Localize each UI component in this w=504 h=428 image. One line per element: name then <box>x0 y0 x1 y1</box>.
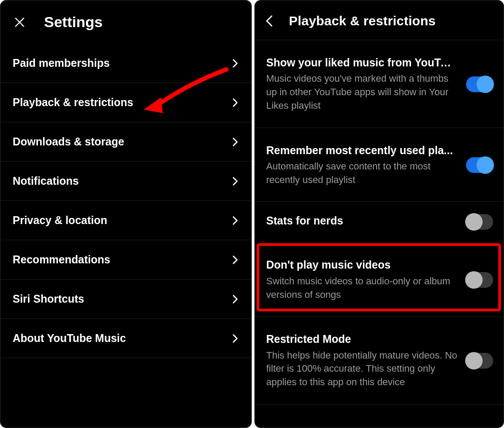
settings-item-label: Playback & restrictions <box>13 96 134 109</box>
setting-title: Stats for nerds <box>266 214 454 228</box>
back-icon[interactable] <box>263 14 276 28</box>
settings-item-paid-memberships[interactable]: Paid memberships <box>0 44 251 83</box>
chevron-right-icon <box>230 137 240 147</box>
toggle-show-liked-music[interactable] <box>466 76 493 92</box>
settings-screen: Settings Paid memberships Playback & res… <box>0 0 252 428</box>
setting-title: Remember most recently used pla... <box>266 144 454 157</box>
settings-item-downloads-storage[interactable]: Downloads & storage <box>0 122 251 162</box>
setting-show-liked-music[interactable]: Show your liked music from YouTu... Musi… <box>255 40 504 128</box>
settings-item-label: Siri Shortcuts <box>13 293 84 305</box>
setting-remember-playlist[interactable]: Remember most recently used pla... Autom… <box>255 128 504 202</box>
toggle-remember-playlist[interactable] <box>466 157 493 173</box>
setting-restricted-mode[interactable]: Restricted Mode This helps hide potentia… <box>255 317 504 404</box>
toggle-stats-for-nerds[interactable] <box>466 214 493 230</box>
settings-header: Settings <box>0 0 251 44</box>
chevron-right-icon <box>230 59 240 68</box>
close-icon[interactable] <box>12 14 27 30</box>
playback-header: Playback & restrictions <box>255 0 504 40</box>
settings-item-label: Paid memberships <box>13 57 110 69</box>
toggle-dont-play-music-videos[interactable] <box>466 272 493 288</box>
setting-desc: Music videos you've marked with a thumbs… <box>266 72 458 112</box>
setting-stats-for-nerds[interactable]: Stats for nerds <box>255 202 504 242</box>
setting-desc: Switch music videos to audio-only or alb… <box>266 275 458 302</box>
chevron-right-icon <box>230 216 240 225</box>
chevron-right-icon <box>230 334 240 343</box>
chevron-right-icon <box>230 294 240 304</box>
playback-title: Playback & restrictions <box>289 14 435 28</box>
settings-item-label: Notifications <box>13 175 79 187</box>
settings-item-label: Recommendations <box>13 253 110 266</box>
chevron-right-icon <box>230 176 240 186</box>
settings-item-label: Privacy & location <box>13 214 107 227</box>
toggle-restricted-mode[interactable] <box>466 353 493 369</box>
settings-item-label: Downloads & storage <box>13 135 124 148</box>
setting-title: Restricted Mode <box>266 332 454 346</box>
chevron-right-icon <box>230 98 240 107</box>
setting-title: Don't play music videos <box>266 258 454 272</box>
setting-title: Show your liked music from YouTu... <box>266 56 454 69</box>
settings-title: Settings <box>44 14 103 31</box>
setting-dont-play-music-videos[interactable]: Don't play music videos Switch music vid… <box>255 242 504 317</box>
settings-item-label: About YouTube Music <box>13 332 126 345</box>
setting-desc: Automatically save content to the most r… <box>266 160 458 187</box>
setting-desc: This helps hide potentially mature video… <box>266 349 458 389</box>
playback-restrictions-screen: Playback & restrictions Show your liked … <box>254 0 504 428</box>
settings-item-privacy-location[interactable]: Privacy & location <box>0 201 251 240</box>
settings-item-notifications[interactable]: Notifications <box>0 162 251 201</box>
settings-item-about[interactable]: About YouTube Music <box>0 319 251 358</box>
chevron-right-icon <box>230 255 240 265</box>
settings-item-playback-restrictions[interactable]: Playback & restrictions <box>0 83 251 122</box>
settings-item-siri-shortcuts[interactable]: Siri Shortcuts <box>0 280 251 319</box>
settings-item-recommendations[interactable]: Recommendations <box>0 240 251 280</box>
